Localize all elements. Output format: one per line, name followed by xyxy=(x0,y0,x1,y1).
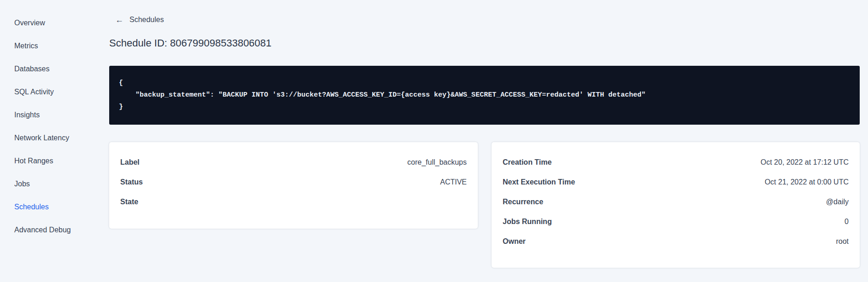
detail-label: Owner xyxy=(503,237,526,246)
sidebar-item-hot-ranges[interactable]: Hot Ranges xyxy=(14,156,101,166)
detail-row-owner: Owner root xyxy=(503,231,849,251)
detail-label: Recurrence xyxy=(503,198,543,206)
detail-label: Status xyxy=(120,178,143,186)
detail-row-jobs-running: Jobs Running 0 xyxy=(503,212,849,231)
back-link[interactable]: ← Schedules xyxy=(115,16,164,24)
schedule-detail-page: ← Schedules Schedule ID: 806799098533806… xyxy=(109,0,860,268)
detail-row-next-execution-time: Next Execution Time Oct 21, 2022 at 0:00… xyxy=(503,172,849,192)
sidebar-item-databases[interactable]: Databases xyxy=(14,64,101,74)
detail-cards-row: Label core_full_backups Status ACTIVE St… xyxy=(109,142,860,268)
detail-label: Next Execution Time xyxy=(503,178,575,186)
detail-value: 0 xyxy=(845,218,849,226)
detail-row-label: Label core_full_backups xyxy=(120,152,467,172)
sidebar-item-sql-activity[interactable]: SQL Activity xyxy=(14,87,101,97)
sidebar-item-metrics[interactable]: Metrics xyxy=(14,41,101,51)
sidebar-item-network-latency[interactable]: Network Latency xyxy=(14,133,101,143)
back-arrow-icon: ← xyxy=(115,16,123,24)
sidebar-item-advanced-debug[interactable]: Advanced Debug xyxy=(14,225,101,235)
detail-label: State xyxy=(120,198,138,206)
sidebar: Overview Metrics Databases SQL Activity … xyxy=(0,0,101,282)
schedule-timing-card: Creation Time Oct 20, 2022 at 17:12 UTC … xyxy=(492,142,860,268)
sidebar-item-insights[interactable]: Insights xyxy=(14,110,101,120)
detail-row-state: State xyxy=(120,192,467,212)
detail-value: Oct 20, 2022 at 17:12 UTC xyxy=(761,158,849,167)
detail-row-status: Status ACTIVE xyxy=(120,172,467,192)
detail-label: Jobs Running xyxy=(503,218,552,226)
detail-label: Creation Time xyxy=(503,158,551,167)
detail-value: @daily xyxy=(826,198,849,206)
back-link-label: Schedules xyxy=(129,16,164,24)
page-title: Schedule ID: 806799098533806081 xyxy=(109,37,860,49)
detail-value: Oct 21, 2022 at 0:00 UTC xyxy=(765,178,849,186)
backup-statement-code-block: { "backup_statement": "BACKUP INTO 's3:/… xyxy=(109,66,860,125)
detail-value: core_full_backups xyxy=(407,158,467,167)
sidebar-item-overview[interactable]: Overview xyxy=(14,18,101,28)
sidebar-item-jobs[interactable]: Jobs xyxy=(14,179,101,189)
schedule-status-card: Label core_full_backups Status ACTIVE St… xyxy=(109,142,478,229)
detail-row-creation-time: Creation Time Oct 20, 2022 at 17:12 UTC xyxy=(503,152,849,172)
detail-label: Label xyxy=(120,158,140,167)
detail-value: root xyxy=(836,237,849,246)
detail-row-recurrence: Recurrence @daily xyxy=(503,192,849,212)
detail-value: ACTIVE xyxy=(440,178,467,186)
sidebar-item-schedules[interactable]: Schedules xyxy=(14,202,101,212)
